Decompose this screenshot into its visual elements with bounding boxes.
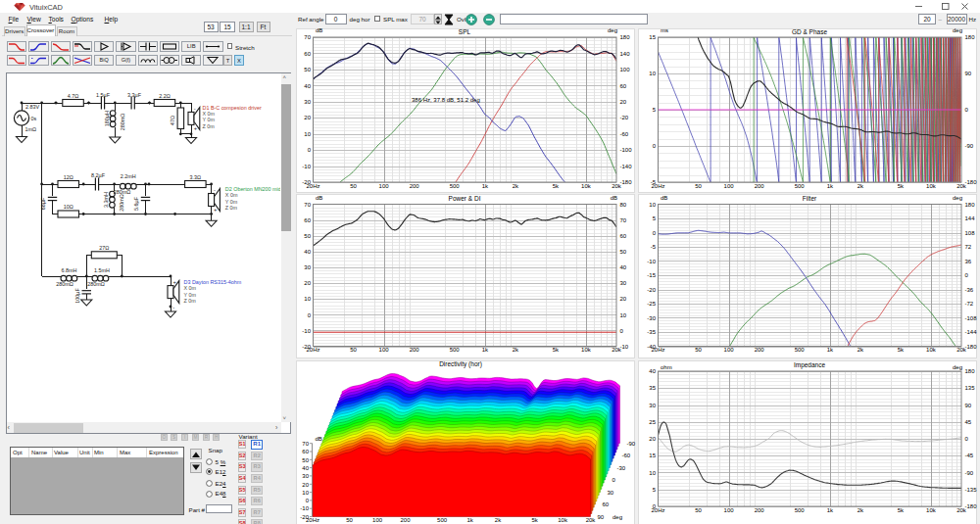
svg-text:500: 500 xyxy=(795,507,806,513)
svg-text:10: 10 xyxy=(649,470,656,476)
svg-text:80: 80 xyxy=(620,202,627,208)
svg-text:20Hz: 20Hz xyxy=(306,517,319,523)
svg-text:180: 180 xyxy=(965,202,976,208)
svg-text:-60: -60 xyxy=(622,453,631,458)
svg-text:-140: -140 xyxy=(620,164,633,169)
svg-text:20: 20 xyxy=(620,296,627,302)
svg-text:-36: -36 xyxy=(965,287,974,293)
svg-text:15: 15 xyxy=(649,453,656,458)
svg-text:386 Hz, 37.8 dB, 51.2 deg: 386 Hz, 37.8 dB, 51.2 deg xyxy=(412,97,480,103)
svg-text:-180: -180 xyxy=(620,179,633,185)
svg-text:60: 60 xyxy=(603,501,610,507)
svg-text:90: 90 xyxy=(965,403,972,408)
svg-text:45: 45 xyxy=(965,419,972,425)
svg-text:-180: -180 xyxy=(965,344,978,350)
svg-text:-10: -10 xyxy=(620,344,629,350)
svg-text:-20: -20 xyxy=(302,344,311,350)
svg-text:0: 0 xyxy=(965,436,969,442)
svg-text:5k: 5k xyxy=(898,347,905,353)
svg-text:500: 500 xyxy=(450,183,461,189)
svg-text:40: 40 xyxy=(302,465,309,471)
svg-text:-90: -90 xyxy=(965,470,974,476)
svg-text:dB: dB xyxy=(316,436,322,442)
svg-text:30: 30 xyxy=(304,99,311,105)
svg-text:2k: 2k xyxy=(858,347,864,353)
svg-text:200: 200 xyxy=(755,347,765,353)
svg-text:50: 50 xyxy=(350,183,357,189)
svg-text:10: 10 xyxy=(649,202,656,208)
svg-text:20: 20 xyxy=(302,482,309,488)
svg-text:deg: deg xyxy=(608,27,617,33)
svg-text:-5: -5 xyxy=(651,244,657,250)
svg-text:10: 10 xyxy=(304,131,311,137)
svg-text:-135: -135 xyxy=(965,487,978,493)
svg-text:500: 500 xyxy=(795,183,806,189)
svg-text:10k: 10k xyxy=(926,183,937,189)
svg-text:1k: 1k xyxy=(827,183,834,189)
svg-text:-180: -180 xyxy=(965,503,978,509)
svg-text:500: 500 xyxy=(450,347,461,353)
svg-text:1k: 1k xyxy=(827,347,834,353)
svg-text:5: 5 xyxy=(653,215,657,221)
svg-text:10k: 10k xyxy=(926,347,937,353)
svg-text:-90: -90 xyxy=(627,441,636,447)
svg-text:10k: 10k xyxy=(926,507,937,513)
svg-text:200: 200 xyxy=(410,183,420,189)
svg-text:-20: -20 xyxy=(647,287,656,293)
svg-text:-15: -15 xyxy=(647,272,656,278)
svg-text:135: 135 xyxy=(965,385,976,391)
svg-text:0: 0 xyxy=(308,312,312,318)
svg-text:70: 70 xyxy=(304,202,311,208)
svg-text:90: 90 xyxy=(598,514,605,520)
svg-text:-35: -35 xyxy=(647,329,656,335)
svg-text:20: 20 xyxy=(304,115,311,120)
svg-text:deg: deg xyxy=(953,364,962,370)
svg-text:30: 30 xyxy=(608,490,614,496)
svg-text:-10: -10 xyxy=(647,259,656,264)
svg-text:72: 72 xyxy=(965,244,972,250)
svg-text:0: 0 xyxy=(620,328,624,334)
svg-text:-5: -5 xyxy=(651,179,657,185)
svg-text:100: 100 xyxy=(724,347,735,353)
svg-text:25: 25 xyxy=(649,419,656,425)
svg-text:5k: 5k xyxy=(898,507,905,513)
svg-text:-144: -144 xyxy=(965,329,978,335)
svg-text:dB: dB xyxy=(661,195,667,201)
svg-text:10k: 10k xyxy=(558,517,568,523)
svg-text:0: 0 xyxy=(308,147,312,153)
svg-text:40: 40 xyxy=(649,368,656,374)
svg-text:5k: 5k xyxy=(553,183,560,189)
svg-text:-25: -25 xyxy=(647,301,656,307)
svg-text:60: 60 xyxy=(304,51,311,57)
svg-text:180: 180 xyxy=(965,368,976,374)
svg-text:30: 30 xyxy=(620,280,627,286)
svg-text:dB: dB xyxy=(316,27,322,33)
svg-text:2k: 2k xyxy=(513,347,519,353)
svg-text:20: 20 xyxy=(620,99,627,105)
svg-text:ohm: ohm xyxy=(661,364,672,370)
svg-text:-20: -20 xyxy=(620,115,629,120)
svg-text:-45: -45 xyxy=(965,453,974,458)
svg-text:5k: 5k xyxy=(553,347,560,353)
svg-text:180: 180 xyxy=(620,34,631,40)
svg-text:0: 0 xyxy=(965,107,969,113)
svg-text:50: 50 xyxy=(350,347,357,353)
svg-text:70: 70 xyxy=(302,441,309,447)
svg-text:60: 60 xyxy=(302,449,309,454)
svg-text:30: 30 xyxy=(304,264,311,270)
svg-text:50: 50 xyxy=(620,249,627,255)
svg-text:0: 0 xyxy=(653,230,657,236)
svg-text:70: 70 xyxy=(620,217,627,223)
svg-text:90: 90 xyxy=(965,71,972,76)
svg-text:-108: -108 xyxy=(965,315,978,321)
svg-text:0: 0 xyxy=(965,272,969,278)
svg-text:deg: deg xyxy=(953,195,962,201)
svg-text:60: 60 xyxy=(620,83,627,89)
svg-text:dB: dB xyxy=(316,195,322,201)
svg-text:500: 500 xyxy=(795,347,806,353)
svg-text:30: 30 xyxy=(302,473,309,479)
svg-text:200: 200 xyxy=(755,183,765,189)
svg-text:10: 10 xyxy=(304,296,311,302)
svg-text:10k: 10k xyxy=(581,347,592,353)
svg-text:144: 144 xyxy=(965,215,976,221)
